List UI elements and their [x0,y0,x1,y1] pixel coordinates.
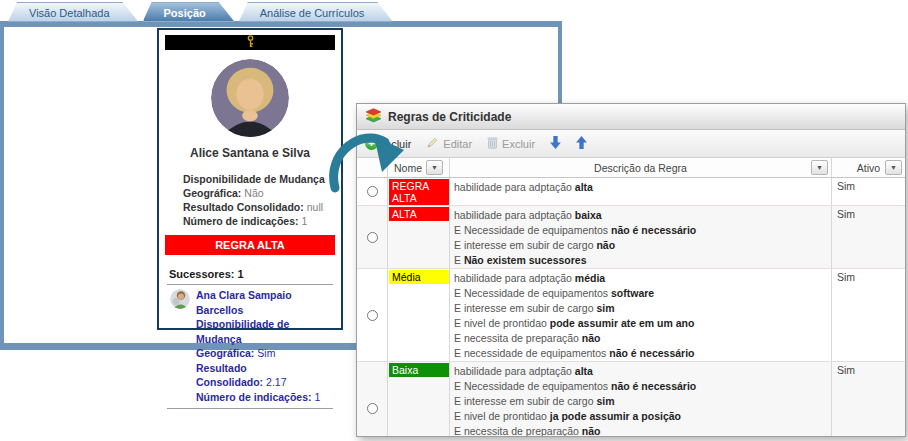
rule-desc-text: habilidade para adptação [454,365,575,377]
rule-ativo-value: Sim [832,362,905,378]
rule-ativo-cell: Sim [832,362,905,436]
rule-desc-text: habilidade para adptação [454,181,575,193]
rule-row: ALTAhabilidade para adptação baixaE Nece… [357,206,905,269]
ativo-header-label: Ativo [857,162,880,174]
rule-desc-text: E nivel de prontidao [454,317,550,329]
successor-details: Ana Clara Sampaio Barcellos Disponibilid… [196,288,333,404]
rule-desc-value: não [582,425,601,436]
tab-visao-detalhada[interactable]: Visão Detalhada [8,2,139,22]
tab-analise-curriculos[interactable]: Análise de Currículos [239,2,394,22]
rule-desc-text: E necessidade de equipamentos [454,347,609,359]
rule-description-cell: habilidade para adptação altaE Necessida… [450,362,832,436]
detail-line: Número de indicações:1 [196,390,333,405]
ativo-column-header: Ativo ▼ [832,158,905,177]
rule-select-cell [357,269,388,361]
rule-description-line: E Não existem sucessores [450,253,831,268]
rule-desc-value: não [582,332,601,344]
rule-desc-text: E [454,254,464,266]
move-up-button[interactable] [576,136,587,151]
rules-table: Nome ▼ Descrição da Regra ▼ Ativo ▼ REGR… [357,158,905,436]
rule-desc-value: média [575,272,605,284]
detail-line: Geográfica:Sim [196,346,333,361]
screen: { "tabs": [ {"label": "Visão Detalhada",… [0,0,908,441]
rule-name-chip: Baixa [389,363,449,377]
rule-ativo-value: Sim [832,269,905,285]
move-down-button[interactable] [550,136,561,151]
rule-name-cell: Baixa [388,362,450,436]
detail-line: Geográfica:Não [183,186,341,200]
nome-filter-dropdown[interactable]: ▼ [426,160,443,175]
edit-icon [426,136,439,151]
rule-desc-text: E Necessidade de equipamentos [454,287,611,299]
rule-select-radio[interactable] [367,403,378,414]
rule-desc-value: alta [575,181,593,193]
rule-desc-value: sim [596,302,614,314]
rule-desc-text: habilidade para adptação [454,209,575,221]
rule-desc-value: não é necessário [609,347,694,359]
rule-select-radio[interactable] [367,232,378,243]
rule-description-cell: habilidade para adptação médiaE Necessid… [450,269,832,361]
editar-label: Editar [443,138,472,150]
rule-desc-text: E Necessidade de equipamentos [454,224,611,236]
editar-button[interactable]: Editar [426,136,472,151]
rule-desc-value: software [611,287,654,299]
rule-row: Baixahabilidade para adptação altaE Nece… [357,362,905,436]
rule-desc-text: E necessita de preparação [454,425,582,436]
rule-description-line: habilidade para adptação alta [450,364,831,379]
rule-description-line: habilidade para adptação baixa [450,208,831,223]
person-card: Alice Santana e Silva Disponibilidade de… [157,28,343,330]
window-title: Regras de Criticidade [388,110,511,124]
ativo-filter-dropdown[interactable]: ▼ [885,160,902,175]
detail-line: Resultado Consolidado:null [183,200,341,214]
rule-desc-text: E interesse em subir de cargo [454,302,596,314]
rule-description-line: E nivel de prontidao ja pode assumir a p… [450,409,831,424]
rule-select-radio[interactable] [367,310,378,321]
detail-line: Número de indicações:1 [183,214,341,228]
rule-desc-value: ja pode assumir a posição [550,410,681,422]
rule-name-chip: Média [389,270,449,284]
rule-desc-text: E interesse em subir de cargo [454,239,596,251]
pointer-arrow [322,126,408,198]
rule-description-cell: habilidade para adptação alta [450,178,832,205]
person-photo [211,59,289,137]
rule-desc-value: alta [575,365,593,377]
descricao-filter-dropdown[interactable]: ▼ [811,160,828,175]
rule-ativo-cell: Sim [832,206,905,268]
rule-name-chip: ALTA [389,207,449,221]
excluir-button[interactable]: Excluir [487,136,535,151]
rule-desc-value: Não existem sucessores [464,254,587,266]
rule-desc-text: E nivel de prontidao [454,410,550,422]
rule-badge: REGRA ALTA [165,235,335,255]
rule-desc-value: pode assumir ate em um ano [550,317,695,329]
arrow-down-icon [550,136,561,151]
rule-description-line: E necessidade de equipamentos não é nece… [450,346,831,361]
rule-name-cell: ALTA [388,206,450,268]
rule-ativo-cell: Sim [832,269,905,361]
detail-line: Disponibilidade de Mudança [196,317,333,346]
successors-count: Sucessores: 1 [169,268,341,280]
rule-select-cell [357,362,388,436]
rule-row: REGRA ALTAhabilidade para adptação altaS… [357,178,905,206]
successor-item: Ana Clara Sampaio Barcellos Disponibilid… [170,288,333,404]
trash-icon [487,136,498,151]
person-name: Alice Santana e Silva [159,146,341,160]
rule-ativo-cell: Sim [832,178,905,205]
tab-bar: Visão Detalhada Posição Análise de Currí… [8,2,393,22]
tab-posicao[interactable]: Posição [143,2,235,22]
rules-table-header: Nome ▼ Descrição da Regra ▼ Ativo ▼ [357,158,905,178]
rule-desc-text: E interesse em subir de cargo [454,395,596,407]
regras-criticidade-window: Regras de Criticidade + Incluir Editar [356,103,906,437]
rule-description-line: E necessita de preparação não [450,424,831,436]
successor-name[interactable]: Ana Clara Sampaio Barcellos [196,288,333,317]
successor-avatar [170,289,190,309]
rule-description-line: habilidade para adptação média [450,271,831,286]
layers-icon [365,108,382,126]
rule-description-line: habilidade para adptação alta [450,180,831,195]
rule-description-line: E interesse em subir de cargo não [450,238,831,253]
rule-select-cell [357,206,388,268]
divider [167,284,333,285]
window-titlebar: Regras de Criticidade [357,104,905,130]
rule-row: Médiahabilidade para adptação médiaE Nec… [357,269,905,362]
rule-desc-text: E necessita de preparação [454,332,582,344]
descricao-header-label: Descrição da Regra [594,162,687,174]
